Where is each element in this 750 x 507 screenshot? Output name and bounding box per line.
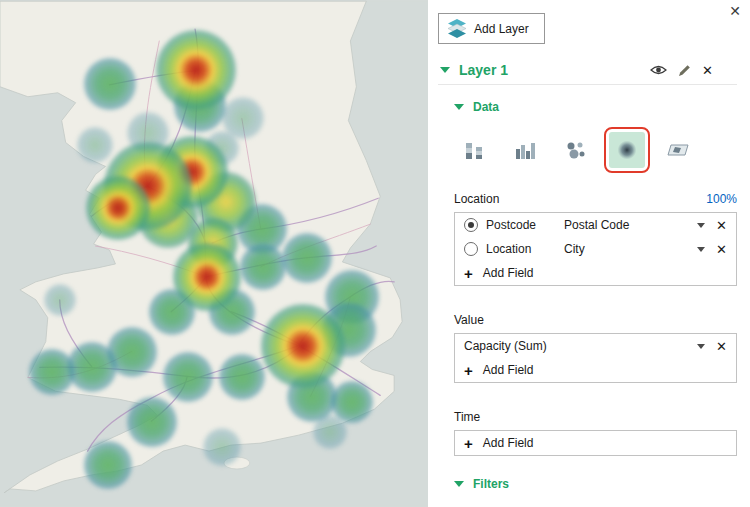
- heat-spot: [127, 397, 177, 447]
- data-section-header: Data: [454, 100, 737, 114]
- eye-icon: [650, 64, 667, 76]
- add-layer-label: Add Layer: [474, 22, 529, 36]
- time-add-field-row: + Add Field: [455, 431, 736, 455]
- heat-spot: [29, 349, 75, 395]
- stacked-column-icon: [463, 139, 485, 161]
- layer-header: Layer 1 ✕: [438, 60, 737, 85]
- filters-section-title: Filters: [473, 477, 509, 491]
- heat-spot: [331, 381, 373, 423]
- postcode-field-dropdown[interactable]: Postal Code: [564, 218, 691, 232]
- location-add-field-button[interactable]: + Add Field: [464, 266, 533, 281]
- bubble-icon: [565, 139, 587, 161]
- map-canvas[interactable]: [0, 0, 428, 507]
- location-label-row: Location 100%: [454, 192, 737, 206]
- heat-spot: [44, 284, 76, 316]
- remove-value-field-button[interactable]: ✕: [716, 340, 727, 353]
- location-fieldset: Postcode Postal Code ✕ Location City ✕ +…: [454, 212, 737, 286]
- location-field-row: Postcode Postal Code ✕: [455, 213, 736, 237]
- chevron-down-icon[interactable]: [697, 247, 705, 252]
- location-add-field-row: + Add Field: [455, 261, 736, 285]
- value-label-row: Value: [454, 313, 737, 327]
- layer-title: Layer 1: [459, 62, 508, 78]
- value-add-field-button[interactable]: + Add Field: [464, 363, 533, 378]
- add-field-label: Add Field: [483, 436, 534, 450]
- city-field-dropdown[interactable]: City: [564, 242, 691, 256]
- postcode-radio[interactable]: [464, 218, 478, 232]
- viz-type-region[interactable]: [660, 132, 696, 168]
- chevron-down-icon[interactable]: [697, 223, 705, 228]
- collapse-data-chevron-icon[interactable]: [454, 104, 464, 110]
- close-icon[interactable]: ✕: [729, 4, 741, 18]
- viz-type-heat-map[interactable]: [609, 132, 645, 168]
- heat-spot: [84, 58, 136, 110]
- value-field-row: Capacity (Sum) ✕: [455, 334, 736, 358]
- viz-type-clustered-column[interactable]: [507, 132, 543, 168]
- layer-rename-button[interactable]: [678, 64, 691, 77]
- location-radio[interactable]: [464, 242, 478, 256]
- heat-spot: [173, 243, 241, 311]
- data-section-title: Data: [473, 100, 499, 114]
- plus-icon: +: [464, 436, 473, 451]
- plus-icon: +: [464, 363, 473, 378]
- time-label-row: Time: [454, 410, 737, 424]
- remove-city-field-button[interactable]: ✕: [716, 243, 727, 256]
- heat-spot: [240, 244, 286, 290]
- add-field-label: Add Field: [483, 266, 534, 280]
- geocoding-accuracy-link[interactable]: 100%: [706, 192, 737, 206]
- location-field-row: Location City ✕: [455, 237, 736, 261]
- location-radio-label[interactable]: Location: [486, 242, 531, 256]
- location-label: Location: [454, 192, 499, 206]
- heat-spot: [219, 354, 265, 400]
- remove-postcode-field-button[interactable]: ✕: [716, 219, 727, 232]
- heat-spot: [282, 233, 332, 283]
- viz-type-bubble[interactable]: [558, 132, 594, 168]
- layers-icon: [448, 19, 466, 38]
- value-fieldset: Capacity (Sum) ✕ + Add Field: [454, 333, 737, 383]
- heat-spot: [86, 176, 150, 240]
- heat-spot: [163, 352, 213, 402]
- visualization-type-row: [456, 127, 737, 173]
- time-fieldset: + Add Field: [454, 430, 737, 456]
- time-add-field-button[interactable]: + Add Field: [464, 436, 533, 451]
- add-field-label: Add Field: [483, 363, 534, 377]
- time-label: Time: [454, 410, 480, 424]
- filters-section-header: Filters: [454, 477, 737, 491]
- value-field-dropdown[interactable]: Capacity (Sum): [464, 339, 691, 353]
- collapse-layer-chevron-icon[interactable]: [440, 67, 450, 73]
- heat-spot: [156, 30, 236, 110]
- layer-pane: ✕ Add Layer Layer 1: [428, 0, 750, 507]
- heat-spot: [261, 304, 345, 388]
- heat-map-icon: [616, 139, 638, 161]
- heat-spot: [84, 441, 132, 489]
- 3d-maps-window: ✕ Add Layer Layer 1: [0, 0, 750, 507]
- heat-spot: [77, 127, 113, 163]
- heat-spot: [203, 428, 241, 466]
- clustered-column-icon: [514, 139, 536, 161]
- layer-visibility-button[interactable]: [650, 64, 667, 76]
- heatmap-layer: [0, 0, 428, 507]
- layer-delete-button[interactable]: ✕: [702, 64, 713, 77]
- chevron-down-icon[interactable]: [697, 344, 705, 349]
- collapse-filters-chevron-icon[interactable]: [454, 481, 464, 487]
- value-add-field-row: + Add Field: [455, 358, 736, 382]
- value-label: Value: [454, 313, 484, 327]
- plus-icon: +: [464, 266, 473, 281]
- pencil-icon: [678, 64, 691, 77]
- postcode-radio-label[interactable]: Postcode: [486, 218, 536, 232]
- viz-type-stacked-column[interactable]: [456, 132, 492, 168]
- add-layer-button[interactable]: Add Layer: [438, 13, 545, 44]
- region-icon: [667, 139, 689, 161]
